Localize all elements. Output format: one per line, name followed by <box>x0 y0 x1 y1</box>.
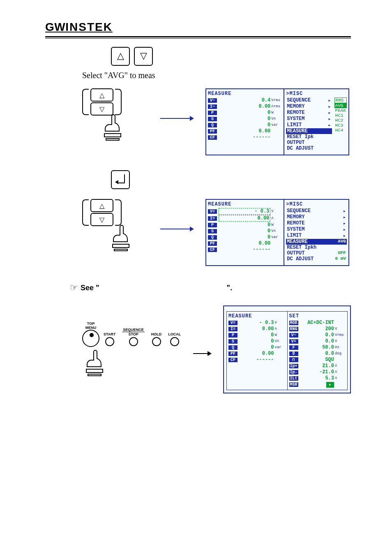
measure-row: V=- 0.3V <box>208 208 282 215</box>
measure-unit: var <box>275 345 286 349</box>
measure-tag: Q <box>228 345 238 350</box>
menu-item: MEASUREAVG <box>286 239 347 245</box>
hand-press-icon <box>82 349 111 377</box>
measure-value: 0.00 <box>219 104 270 109</box>
menu-item: RESET Ipk <box>286 134 332 140</box>
menu-item: SEQUENCE▸ <box>286 208 347 214</box>
set-tag: V~ <box>289 333 298 338</box>
set-row: ⊓SQU <box>289 357 346 363</box>
measure-value: 0 <box>239 345 274 350</box>
measure-tag: Q <box>208 123 217 127</box>
button-icon <box>170 337 179 346</box>
set-row: ILt5.3A <box>289 375 346 381</box>
measure-value: ------ <box>219 134 270 140</box>
set-tag: Ip- <box>289 370 298 375</box>
option-item: HC4 <box>334 128 347 133</box>
set-tag: RNG <box>289 327 298 331</box>
measure-tag: PF <box>208 129 217 134</box>
measure-value: 0.00 <box>219 128 270 134</box>
measure-unit: VA <box>271 229 282 233</box>
measure-tag: I= <box>228 327 238 331</box>
measure-row: PF0.00 <box>228 351 285 356</box>
enter-key-row <box>111 170 351 189</box>
label: START <box>104 332 115 336</box>
panel-title: MEASURE <box>208 91 282 97</box>
set-value: 200 <box>300 326 334 332</box>
shuttle-panel: TOP MENU START SEQUENCE STOP <box>82 321 181 377</box>
set-tag: ILt <box>289 376 298 381</box>
measure-tag: S <box>208 229 217 234</box>
measure-tag: P <box>228 333 238 338</box>
menu-item: MEASURE <box>286 128 332 134</box>
measure-tag: PF <box>208 241 217 246</box>
menu-item: REMOTE▸ <box>286 220 347 227</box>
menu-item: MEMORY▸ <box>286 104 332 110</box>
set-tag: F <box>289 345 298 350</box>
set-unit: V <box>335 327 346 331</box>
arrow-right-icon <box>193 353 211 354</box>
measure-unit: VA <box>271 117 282 121</box>
set-tag: θ <box>289 352 298 356</box>
measure-row: PF0.00 <box>208 240 282 246</box>
set-row: V~0.0Vrms <box>289 332 346 338</box>
lcd-screen-2: MEASURE V=- 0.3VI=0.00AP0WS0VAQ0varPF0.0… <box>205 199 349 266</box>
menu-item: SEQUENCE▸ <box>286 97 332 104</box>
measure-row: Q0var <box>228 345 285 350</box>
measure-value: - 0.3 <box>219 208 270 215</box>
measure-unit: W <box>275 333 286 337</box>
measure-tag: CF <box>228 358 238 362</box>
set-value: AC+DC-INT <box>300 320 334 326</box>
set-row: MODAC+DC-INT <box>289 320 346 326</box>
menu-item: DC ADJUST0 mV <box>286 256 347 262</box>
measure-tag: CF <box>208 135 217 140</box>
note-row: ☞ See " ". <box>70 282 351 293</box>
measure-value: 0.4 <box>219 97 270 103</box>
lcd-screen-3: MEASURE V=- 0.3VI=0.00AP0WS0VAQ0varPF0.0… <box>223 305 351 393</box>
measure-unit: V <box>271 209 282 213</box>
menu-item: LIMIT▸ <box>286 233 347 239</box>
up-key-icon: △ <box>111 47 130 66</box>
measure-row: I=0.00A <box>208 215 282 222</box>
pointing-hand-icon: ☞ <box>70 282 78 293</box>
measure-row: I~0.00Arms <box>208 104 282 109</box>
option-item: HC3 <box>334 123 347 128</box>
up-key-icon: △ <box>90 199 113 212</box>
enter-key-icon <box>111 170 130 189</box>
measure-tag: Q <box>208 235 217 240</box>
set-row: V=0.0V <box>289 338 346 344</box>
measure-row: P0W <box>208 110 282 116</box>
button-icon <box>129 337 138 346</box>
panel-title: MEASURE <box>208 201 282 207</box>
measure-tag: CF <box>208 247 217 252</box>
measure-value: 0 <box>219 234 270 240</box>
measure-unit: VA <box>275 339 286 343</box>
measure-row: Q0var <box>208 234 282 240</box>
measure-unit: W <box>271 111 282 115</box>
arrow-right-icon <box>160 229 193 229</box>
set-unit: V <box>335 339 346 343</box>
measure-unit: var <box>271 235 282 239</box>
menu-item: RESET Ipkh <box>286 245 347 250</box>
hand-press-icon <box>100 113 129 142</box>
measure-unit: var <box>271 123 282 127</box>
measure-tag: V= <box>228 321 238 325</box>
measure-value: 0.00 <box>219 240 270 246</box>
measure-tag: V= <box>208 209 217 214</box>
set-value: 0.0 <box>300 338 334 344</box>
measure-tag: P <box>208 223 217 227</box>
panel-title: MEASURE <box>228 313 285 319</box>
option-item: HC1 <box>334 113 347 118</box>
hand-press-icon <box>108 224 137 252</box>
measure-row: S0VA <box>208 116 282 122</box>
measure-value: 0.00 <box>239 326 274 332</box>
measure-unit: V <box>275 321 286 325</box>
menu-item: DC ADJUST <box>286 146 332 151</box>
set-unit: deg <box>335 352 346 356</box>
menu-item: SYSTEM▸ <box>286 227 347 233</box>
arrow-right-icon <box>160 118 193 119</box>
measure-unit: W <box>271 223 282 227</box>
set-unit: Vrms <box>335 333 346 337</box>
instruction-text: Select "AVG" to meas <box>82 71 351 80</box>
down-key-icon: ▽ <box>90 213 113 226</box>
knob-icon <box>82 330 99 347</box>
